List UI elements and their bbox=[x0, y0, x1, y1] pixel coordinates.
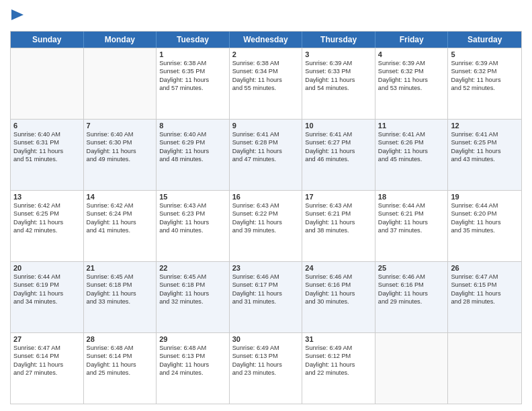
cal-cell-3-5: 17Sunrise: 6:43 AMSunset: 6:21 PMDayligh… bbox=[302, 191, 375, 261]
cell-line: Sunrise: 6:49 AM bbox=[305, 344, 372, 352]
cell-line: Sunrise: 6:43 AM bbox=[159, 201, 226, 210]
header bbox=[10, 7, 522, 26]
cell-line: and 30 minutes. bbox=[305, 298, 372, 306]
cell-line: Daylight: 11 hours bbox=[159, 218, 226, 226]
cell-line: and 29 minutes. bbox=[378, 298, 445, 306]
cell-line: Sunrise: 6:40 AM bbox=[13, 130, 81, 138]
day-number: 12 bbox=[451, 122, 519, 130]
cell-line: Sunset: 6:28 PM bbox=[232, 138, 300, 146]
day-number: 19 bbox=[451, 193, 519, 201]
cell-line: Sunrise: 6:48 AM bbox=[87, 344, 154, 352]
cell-line: Daylight: 11 hours bbox=[451, 147, 519, 155]
cell-line: and 57 minutes. bbox=[159, 84, 226, 92]
cell-line: Sunset: 6:20 PM bbox=[451, 210, 519, 218]
cell-line: Daylight: 11 hours bbox=[232, 218, 300, 226]
cell-line: Sunset: 6:12 PM bbox=[305, 352, 372, 360]
cal-cell-4-6: 25Sunrise: 6:46 AMSunset: 6:16 PMDayligh… bbox=[375, 262, 449, 332]
cal-cell-5-6 bbox=[375, 333, 449, 404]
cell-line: Sunrise: 6:47 AM bbox=[13, 344, 81, 352]
cal-cell-5-2: 28Sunrise: 6:48 AMSunset: 6:14 PMDayligh… bbox=[84, 333, 157, 404]
cell-line: Daylight: 11 hours bbox=[87, 147, 154, 155]
cell-line: Daylight: 11 hours bbox=[159, 147, 226, 155]
cal-cell-1-1 bbox=[11, 48, 84, 119]
day-number: 10 bbox=[305, 122, 372, 130]
day-number: 27 bbox=[13, 335, 81, 343]
cal-cell-1-4: 2Sunrise: 6:38 AMSunset: 6:34 PMDaylight… bbox=[230, 48, 303, 119]
logo-flag-icon bbox=[11, 9, 24, 26]
day-number: 31 bbox=[305, 335, 372, 343]
day-number: 5 bbox=[451, 50, 519, 58]
cal-cell-5-1: 27Sunrise: 6:47 AMSunset: 6:14 PMDayligh… bbox=[11, 333, 84, 404]
cell-line: Daylight: 11 hours bbox=[378, 147, 445, 155]
cell-line: Sunrise: 6:39 AM bbox=[378, 59, 445, 67]
cell-line: Daylight: 11 hours bbox=[232, 361, 300, 369]
cell-line: and 47 minutes. bbox=[232, 155, 300, 163]
cal-cell-1-2 bbox=[84, 48, 157, 119]
cell-line: Sunrise: 6:49 AM bbox=[232, 344, 300, 352]
cell-line: Sunset: 6:24 PM bbox=[87, 210, 154, 218]
svg-marker-0 bbox=[11, 9, 24, 20]
cell-line: and 24 minutes. bbox=[159, 369, 226, 377]
cell-line: Daylight: 11 hours bbox=[13, 218, 81, 226]
page: SundayMondayTuesdayWednesdayThursdayFrid… bbox=[0, 0, 532, 411]
cell-line: and 39 minutes. bbox=[232, 226, 300, 234]
cell-line: Sunset: 6:13 PM bbox=[232, 352, 300, 360]
cal-cell-5-3: 29Sunrise: 6:48 AMSunset: 6:13 PMDayligh… bbox=[157, 333, 230, 404]
cell-line: and 41 minutes. bbox=[87, 226, 154, 234]
cell-line: Sunset: 6:34 PM bbox=[232, 67, 300, 75]
cell-line: and 49 minutes. bbox=[87, 155, 154, 163]
cell-line: Sunrise: 6:40 AM bbox=[87, 130, 154, 138]
cal-cell-1-3: 1Sunrise: 6:38 AMSunset: 6:35 PMDaylight… bbox=[157, 48, 230, 119]
day-number: 20 bbox=[13, 264, 81, 272]
col-header-sunday: Sunday bbox=[11, 32, 84, 48]
cell-line: Sunrise: 6:48 AM bbox=[159, 344, 226, 352]
cell-line: Sunrise: 6:44 AM bbox=[13, 273, 81, 281]
day-number: 16 bbox=[232, 193, 300, 201]
day-number: 13 bbox=[13, 193, 81, 201]
cal-cell-5-5: 31Sunrise: 6:49 AMSunset: 6:12 PMDayligh… bbox=[302, 333, 375, 404]
cell-line: Daylight: 11 hours bbox=[305, 361, 372, 369]
cell-line: Sunrise: 6:45 AM bbox=[159, 273, 226, 281]
cell-line: Sunrise: 6:38 AM bbox=[159, 59, 226, 67]
cal-cell-4-4: 23Sunrise: 6:46 AMSunset: 6:17 PMDayligh… bbox=[230, 262, 303, 332]
cell-line: Daylight: 11 hours bbox=[232, 289, 300, 298]
cell-line: Sunset: 6:16 PM bbox=[305, 281, 372, 289]
cell-line: Sunset: 6:30 PM bbox=[87, 138, 154, 146]
cell-line: Sunset: 6:33 PM bbox=[305, 67, 372, 75]
cell-line: and 55 minutes. bbox=[232, 84, 300, 92]
day-number: 26 bbox=[451, 264, 519, 272]
cell-line: and 34 minutes. bbox=[13, 298, 81, 306]
cell-line: Sunset: 6:13 PM bbox=[159, 352, 226, 360]
cell-line: Daylight: 11 hours bbox=[87, 361, 154, 369]
cell-line: and 31 minutes. bbox=[232, 298, 300, 306]
cell-line: Sunset: 6:25 PM bbox=[451, 138, 519, 146]
cell-line: Sunrise: 6:44 AM bbox=[451, 201, 519, 210]
day-number: 17 bbox=[305, 193, 372, 201]
cell-line: Daylight: 11 hours bbox=[232, 147, 300, 155]
cell-line: Daylight: 11 hours bbox=[451, 218, 519, 226]
cell-line: Sunrise: 6:44 AM bbox=[378, 201, 445, 210]
cell-line: Sunset: 6:14 PM bbox=[87, 352, 154, 360]
cal-cell-2-4: 9Sunrise: 6:41 AMSunset: 6:28 PMDaylight… bbox=[230, 120, 303, 190]
cell-line: Sunset: 6:32 PM bbox=[451, 67, 519, 75]
cell-line: Sunrise: 6:41 AM bbox=[232, 130, 300, 138]
cell-line: Daylight: 11 hours bbox=[159, 361, 226, 369]
cell-line: and 42 minutes. bbox=[13, 226, 81, 234]
cal-cell-3-2: 14Sunrise: 6:42 AMSunset: 6:24 PMDayligh… bbox=[84, 191, 157, 261]
cell-line: Daylight: 11 hours bbox=[13, 289, 81, 298]
cell-line: Sunset: 6:22 PM bbox=[232, 210, 300, 218]
cell-line: Sunset: 6:19 PM bbox=[13, 281, 81, 289]
cell-line: Sunrise: 6:42 AM bbox=[87, 201, 154, 210]
day-number: 24 bbox=[305, 264, 372, 272]
day-number: 8 bbox=[159, 122, 226, 130]
cal-cell-4-3: 22Sunrise: 6:45 AMSunset: 6:18 PMDayligh… bbox=[157, 262, 230, 332]
day-number: 21 bbox=[87, 264, 154, 272]
cell-line: Sunset: 6:18 PM bbox=[159, 281, 226, 289]
calendar: SundayMondayTuesdayWednesdayThursdayFrid… bbox=[10, 31, 522, 404]
cell-line: and 37 minutes. bbox=[378, 226, 445, 234]
cell-line: Sunrise: 6:38 AM bbox=[232, 59, 300, 67]
cell-line: Sunrise: 6:42 AM bbox=[13, 201, 81, 210]
cell-line: and 22 minutes. bbox=[305, 369, 372, 377]
day-number: 7 bbox=[87, 122, 154, 130]
cell-line: Daylight: 11 hours bbox=[305, 218, 372, 226]
